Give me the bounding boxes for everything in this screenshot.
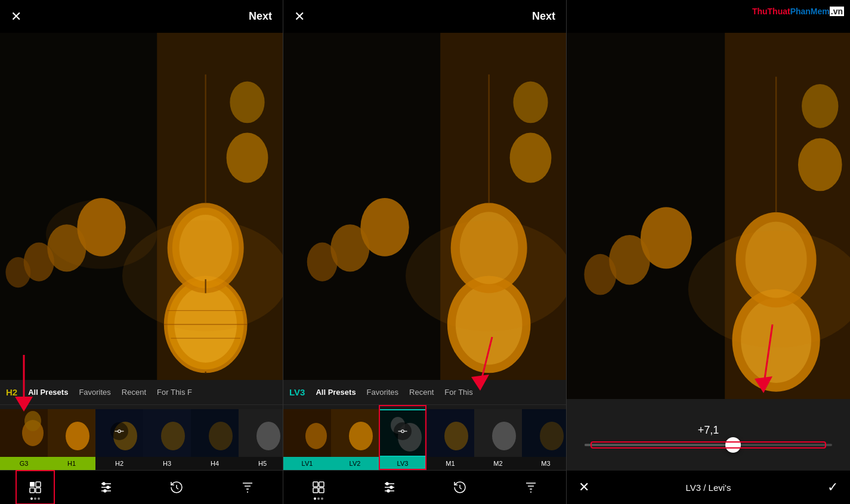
svg-rect-42 — [36, 488, 41, 493]
preset-h2[interactable]: H2 — [95, 405, 143, 470]
slider-container[interactable] — [585, 444, 832, 446]
panel2-history-icon — [453, 480, 467, 494]
preset-h3[interactable]: H3 — [143, 405, 191, 470]
svg-point-19 — [227, 133, 268, 183]
panel2-preset-label-bar: LV3 All Presets Favorites Recent For Thi… — [283, 380, 566, 405]
preset-h4[interactable]: H4 — [191, 405, 239, 470]
preset-m2-img — [474, 409, 522, 457]
svg-point-67 — [307, 243, 338, 282]
svg-rect-40 — [36, 482, 41, 487]
preset-lv2[interactable]: LV2 — [331, 405, 379, 470]
panel-2: ✕ Next LV3 — [283, 0, 567, 504]
panel1-toolbar-presets[interactable] — [20, 472, 50, 502]
panel2-toolbar-history[interactable] — [445, 472, 475, 502]
slider-thumb[interactable] — [725, 437, 741, 453]
preset-lv1-img — [283, 409, 331, 457]
panel1-toolbar-filters[interactable] — [233, 472, 262, 502]
preset-h5[interactable]: H5 — [239, 405, 283, 470]
svg-point-36 — [209, 422, 233, 450]
preset-h5-label: H5 — [239, 457, 283, 470]
panel-3: ThuThuatPhanMem.vn +7,1 — [567, 0, 850, 504]
panel2-current-preset: LV3 — [289, 387, 305, 397]
panel1-next-button[interactable]: Next — [249, 10, 272, 23]
panel2-bottom-area: LV3 All Presets Favorites Recent For Thi… — [283, 380, 566, 504]
svg-point-117 — [802, 84, 838, 128]
panel3-confirm-button[interactable]: ✓ — [827, 480, 838, 495]
preset-h5-img — [239, 409, 283, 457]
preset-m3[interactable]: M3 — [522, 405, 566, 470]
panel2-presets-dots — [314, 497, 323, 500]
preset-g3[interactable]: G3 — [0, 405, 48, 470]
svg-point-69 — [513, 81, 548, 123]
panel2-tab-all-presets[interactable]: All Presets — [316, 388, 356, 397]
preset-h4-label: H4 — [191, 457, 239, 470]
panel2-presets-icon — [311, 480, 326, 494]
preset-h2-label: H2 — [95, 457, 143, 470]
svg-point-74 — [349, 422, 373, 450]
history-icon — [169, 480, 184, 494]
preset-m2[interactable]: M2 — [474, 405, 522, 470]
panel2-toolbar-adjustments[interactable] — [375, 472, 404, 502]
slider-fill — [585, 444, 733, 446]
svg-point-94 — [390, 486, 392, 488]
filters-icon — [240, 480, 255, 494]
svg-point-30 — [118, 430, 121, 433]
panel1-toolbar-history[interactable] — [162, 472, 191, 502]
preset-h3-label: H3 — [143, 457, 191, 470]
panel1-close-button[interactable]: ✕ — [11, 10, 21, 23]
panel1-current-preset: H2 — [6, 387, 17, 397]
preset-m1[interactable]: M1 — [426, 405, 474, 470]
panel2-tab-recent[interactable]: Recent — [409, 388, 434, 397]
panel1-tab-forthis[interactable]: For This F — [157, 388, 192, 397]
panel3-preset-name: LV3 / Levi's — [686, 483, 731, 493]
panel2-toolbar-presets[interactable] — [304, 472, 333, 502]
preset-h1[interactable]: H1 — [48, 405, 95, 470]
svg-line-50 — [177, 488, 178, 489]
preset-h2-icon — [110, 422, 128, 440]
panel2-next-button[interactable]: Next — [532, 10, 555, 23]
preset-lv1[interactable]: LV1 — [283, 405, 331, 470]
preset-m3-img — [522, 409, 566, 457]
watermark: ThuThuatPhanMem.vn — [752, 6, 844, 17]
panel2-tab-favorites[interactable]: Favorites — [367, 388, 398, 397]
panel2-adjustments-icon — [382, 480, 397, 494]
panel1-toolbar-adjustments[interactable] — [91, 472, 121, 502]
svg-point-18 — [5, 257, 30, 287]
preset-lv3[interactable]: LV3 — [379, 405, 426, 470]
panel2-toolbar-filters[interactable] — [516, 472, 546, 502]
svg-point-92 — [386, 483, 388, 485]
svg-point-48 — [104, 490, 106, 492]
panel1-tab-all-presets[interactable]: All Presets — [28, 388, 68, 397]
preset-h4-img — [191, 409, 239, 457]
preset-lv3-img — [379, 409, 426, 457]
svg-point-78 — [401, 430, 404, 433]
svg-point-20 — [230, 81, 264, 123]
panel3-cancel-button[interactable]: ✕ — [579, 480, 589, 495]
preset-m1-img — [426, 409, 474, 457]
svg-point-84 — [492, 422, 516, 450]
panel1-toolbar — [0, 471, 283, 504]
svg-line-98 — [460, 488, 462, 489]
panel2-toolbar — [283, 471, 566, 504]
panel2-close-button[interactable]: ✕ — [294, 10, 305, 23]
preset-m3-label: M3 — [522, 457, 566, 470]
preset-m1-label: M1 — [426, 457, 474, 470]
panel2-tab-forthis[interactable]: For This — [444, 388, 472, 397]
svg-rect-89 — [313, 488, 318, 493]
panel-1: ✕ Next — [0, 0, 283, 504]
svg-point-44 — [103, 483, 105, 485]
panel1-photo-area — [0, 33, 283, 380]
panel1-tab-recent[interactable]: Recent — [122, 388, 146, 397]
panel1-photo-svg — [0, 33, 283, 380]
preset-g3-label: G3 — [0, 457, 48, 470]
panel2-photo-area — [283, 33, 566, 380]
panel1-tab-favorites[interactable]: Favorites — [79, 388, 110, 397]
panel3-photo-svg — [567, 33, 850, 399]
svg-point-22 — [46, 199, 157, 268]
preset-h1-label: H1 — [48, 457, 95, 470]
preset-lv3-icon — [394, 422, 412, 440]
adjustments-icon — [99, 480, 113, 494]
panel2-preset-row: LV1 LV2 LV3 — [283, 405, 566, 471]
panel1-preset-row: G3 H1 H2 — [0, 405, 283, 471]
preset-h3-img — [143, 409, 191, 457]
